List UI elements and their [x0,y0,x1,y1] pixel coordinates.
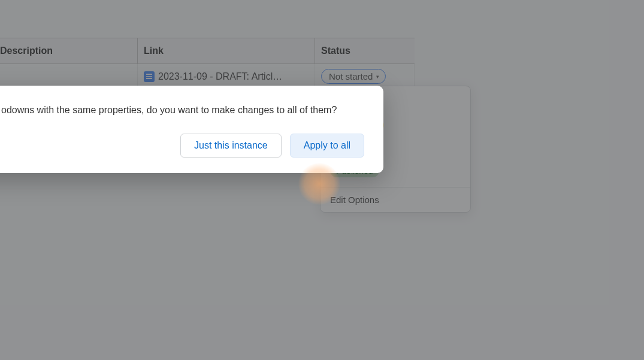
confirmation-modal: odowns with the same properties, do you … [0,86,383,173]
apply-to-all-button[interactable]: Apply to all [290,134,364,158]
modal-button-row: Just this instance Apply to all [0,134,365,158]
modal-message: odowns with the same properties, do you … [0,105,365,116]
just-this-instance-button[interactable]: Just this instance [180,134,282,158]
modal-backdrop [0,0,644,360]
